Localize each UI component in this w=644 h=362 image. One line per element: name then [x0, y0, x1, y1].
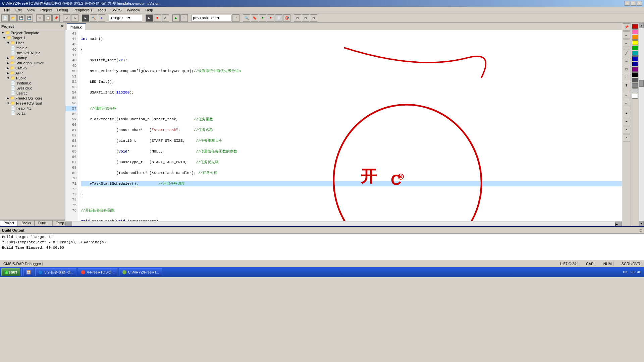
cut-button[interactable]: ✂ [36, 14, 44, 22]
color-purple[interactable] [632, 67, 638, 72]
menu-help[interactable]: Help [143, 7, 156, 13]
menu-edit[interactable]: Edit [13, 7, 24, 13]
tab-books[interactable]: Books [18, 220, 35, 226]
color-white[interactable] [632, 94, 638, 99]
tree-user[interactable]: ▼📁 User [0, 40, 65, 45]
scrollbar-vertical[interactable]: ▲ ▼ [639, 23, 644, 226]
tree-freertos-port[interactable]: ▼📁 FreeRTOS_port [0, 101, 65, 106]
step-button[interactable]: → [180, 14, 188, 22]
rt-plus[interactable]: + [623, 110, 630, 117]
tree-usartc[interactable]: 📄 usart.c [0, 90, 65, 96]
scrollbar-horizontal[interactable]: ▶ [65, 221, 622, 226]
rt-minus[interactable]: − [623, 118, 630, 125]
redo-button[interactable]: ↪ [71, 14, 78, 22]
menu-tools[interactable]: Tools [95, 7, 109, 13]
bookmark-button[interactable]: 🔖 [251, 14, 258, 22]
paste-button[interactable]: 📌 [52, 14, 60, 22]
copy-button[interactable]: 📋 [44, 14, 52, 22]
rt-x[interactable]: ✕ [623, 126, 630, 133]
extra1-button[interactable]: ◻ [294, 14, 301, 22]
rt-check[interactable]: ✓ [623, 134, 630, 141]
misc-button[interactable]: ☰ [275, 14, 282, 22]
save-button[interactable]: 💾 [17, 14, 25, 22]
tree-target1[interactable]: ▼📁 Target 1 [0, 35, 65, 40]
menu-window[interactable]: Window [124, 7, 143, 13]
rebuild-button[interactable]: 🔨 [90, 14, 97, 22]
rt-arrow[interactable]: → [623, 58, 630, 65]
tree-portc[interactable]: 📄 port.c [0, 111, 65, 116]
color-pink[interactable] [632, 29, 638, 34]
color-red[interactable] [632, 24, 638, 29]
rt-undo[interactable]: ↩ [623, 92, 630, 99]
color-black[interactable] [632, 72, 638, 77]
tree-cmsis[interactable]: ▶📁 CMSIS [0, 65, 65, 70]
stop-button[interactable]: ■ [154, 14, 161, 22]
tree-freertos-core[interactable]: ▶📁 FreeRTOS_core [0, 96, 65, 101]
tree-systemc[interactable]: 📄 system.c [0, 80, 65, 85]
tree-app[interactable]: ▶📁 APP [0, 70, 65, 75]
tree-heap4c[interactable]: 📄 heap_4.c [0, 106, 65, 111]
tree-stm32it[interactable]: 📄 stm32f10x_it.c [0, 50, 65, 55]
close-button[interactable]: ✕ [637, 1, 642, 6]
color-orange[interactable] [632, 35, 638, 40]
project-panel-close[interactable]: ✕ [61, 24, 64, 28]
rt-pin[interactable]: 📌 [623, 23, 630, 31]
func-dropdown[interactable]: prvTaskExit▼ [191, 15, 231, 21]
rt-line[interactable]: ╱ [623, 50, 630, 57]
download-button[interactable]: ⬇ [98, 14, 105, 22]
menu-peripherals[interactable]: Peripherals [71, 7, 95, 13]
minimize-button[interactable]: − [625, 1, 630, 6]
taskbar-item-2[interactable]: 🔴 4-FreeRTOS动... [78, 268, 118, 276]
menu-file[interactable]: File [1, 7, 13, 13]
tree-mainc[interactable]: 📄 main.c [0, 45, 65, 50]
color-lightgray[interactable] [632, 88, 638, 93]
code-content[interactable]: 4344454647 4849505152 53545556 57 585960… [65, 30, 622, 221]
tree-startup[interactable]: ▶📁 Startup [0, 55, 65, 60]
tab-mainc[interactable]: main.c [67, 23, 86, 30]
func-go-button[interactable]: → [232, 14, 239, 22]
code-text[interactable]: int main() { SysTick_Init(72); NVIC_Prio… [78, 30, 622, 221]
extra2-button[interactable]: ◻ [302, 14, 309, 22]
target-settings-button[interactable]: 🎯 [283, 14, 290, 22]
rt-draw1[interactable]: ✏ [623, 32, 630, 39]
rt-ellipse[interactable]: ○ [623, 74, 630, 81]
taskbar-item-1[interactable]: 🔵 3.2-任务创建-动... [35, 268, 76, 276]
build-panel-button[interactable]: □ [640, 228, 642, 232]
tree-project[interactable]: ▼📁 Project: Template [0, 30, 65, 35]
run-button[interactable]: ▶ [172, 14, 180, 22]
undo-button[interactable]: ↩ [63, 14, 70, 22]
rt-redo[interactable]: ↪ [623, 100, 630, 107]
help-button[interactable]: ● [267, 14, 274, 22]
tab-project[interactable]: Project [0, 220, 18, 226]
color-darkgray[interactable] [632, 78, 638, 82]
extra3-button[interactable]: ◻ [310, 14, 317, 22]
menu-view[interactable]: View [24, 7, 38, 13]
color-green[interactable] [632, 46, 638, 50]
tab-func[interactable]: Func... [35, 220, 52, 226]
rt-rect[interactable]: □ [623, 66, 630, 73]
color-gray[interactable] [632, 83, 638, 88]
tree-systickc[interactable]: 📄 SysTick.c [0, 85, 65, 90]
color-cyan[interactable] [632, 51, 638, 56]
taskbar-item-3[interactable]: 🟢 C:\MRYZ\FreeRT... [119, 268, 162, 276]
new-button[interactable]: 📄 [1, 14, 9, 22]
open-button[interactable]: 📂 [9, 14, 17, 22]
settings-button[interactable]: ● [259, 14, 266, 22]
taskbar-item-windows[interactable]: 🪟 [23, 268, 34, 276]
menu-svcs[interactable]: SVCS [109, 7, 124, 13]
tree-stdperiph[interactable]: ▶📁 StdPeriph_Driver [0, 60, 65, 65]
rt-draw2[interactable]: ✏ [623, 40, 630, 47]
color-darkblue[interactable] [632, 62, 638, 66]
debug-button[interactable]: ▶ [146, 14, 153, 22]
color-blue[interactable] [632, 56, 638, 61]
rt-text[interactable]: T [623, 82, 630, 89]
tree-public[interactable]: ▼📁 Public [0, 75, 65, 80]
maximize-button[interactable]: □ [631, 1, 636, 6]
reset-button[interactable]: ↺ [162, 14, 169, 22]
menu-project[interactable]: Project [38, 7, 54, 13]
start-button[interactable]: ⊞ start [1, 268, 20, 276]
save-all-button[interactable]: 💾 [25, 14, 33, 22]
search-button[interactable]: 🔍 [243, 14, 250, 22]
build-button[interactable]: ▶ [82, 14, 89, 22]
menu-debug[interactable]: Debug [55, 7, 71, 13]
